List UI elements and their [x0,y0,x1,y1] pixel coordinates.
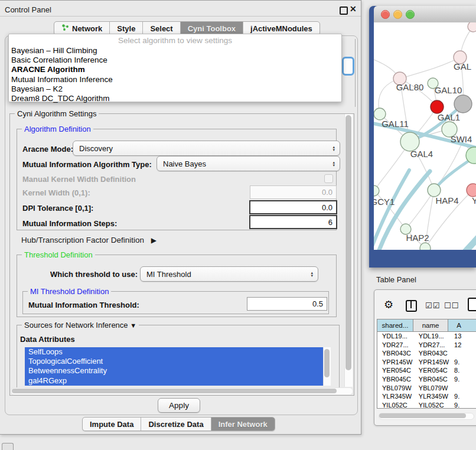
table-cell: 13 [449,332,476,341]
hub-expander[interactable]: Hub/Transcription Factor Definition ▶ [21,236,157,244]
dpi-tolerance-field[interactable]: 0.0 [249,200,337,214]
network-node[interactable] [428,184,441,197]
table-row[interactable]: YBL079WYBL079W [377,384,476,393]
close-window-icon[interactable]: ✕ [350,4,357,14]
table-row[interactable]: YLR345WYLR345W9. [377,392,476,401]
attribute-item-betweennesscentrality[interactable]: BetweennessCentrality [25,366,323,376]
manual-kernel-checkbox[interactable] [324,174,333,183]
bottom-tab-infer-network-label: Infer Network [219,420,268,429]
table-cell: 9. [449,375,476,384]
table-hscrollbar-thumb[interactable] [379,413,466,418]
table-cell: 8. [449,366,476,375]
control-panel-titlebar[interactable] [0,0,361,17]
network-node[interactable] [374,185,379,196]
node-label-gal80: GAL80 [396,82,424,92]
algorithm-definition-title: Algorithm Definition [22,125,93,133]
network-node[interactable] [454,95,472,113]
threshold-definition-title: Threshold Definition [22,250,95,259]
network-node[interactable] [374,108,386,120]
network-node[interactable] [420,243,431,250]
table-row[interactable]: YDL19...YDL19...13 [377,332,476,341]
which-threshold-combo[interactable]: MI Threshold ▴▾ [140,266,318,282]
tab-cyni-toolbox-label: Cyni Toolbox [188,24,236,33]
table-cell: YDR27... [414,341,449,350]
mi-threshold-field[interactable]: 0.5 [247,297,327,311]
tab-style[interactable]: Style [110,22,143,35]
mi-type-label: Mutual Information Algorithm Type: [22,160,152,169]
sources-title-label[interactable]: Sources for Network Inference [24,321,128,330]
table-row[interactable]: YPR145WYPR145W9. [377,358,476,367]
checked-columns-icon[interactable]: ☑☑ [425,301,440,310]
bottom-tab-discretize-data[interactable]: Discretize Data [141,418,211,431]
tab-select[interactable]: Select [143,22,180,35]
table-row[interactable]: YDR27...YDR27...12 [377,341,476,350]
split-columns-icon[interactable] [406,300,417,312]
aracne-mode-label: Aracne Mode: [22,145,73,154]
node-label-hap2: HAP2 [406,233,429,243]
collapse-arrow-icon[interactable]: ▼ [130,322,136,329]
table-row[interactable]: YER054CYER054C8. [377,366,476,375]
application: Control Panel ✕ NetworkStyleSelectCyni T… [0,0,476,450]
table-cell [449,349,476,358]
network-node[interactable] [468,22,476,32]
aracne-mode-combo[interactable]: Discovery ▴▾ [73,141,340,156]
mi-type-value: Naive Bayes [163,159,332,168]
column-header-a[interactable]: A [448,319,476,331]
tab-network[interactable]: Network [54,22,110,35]
kernel-width-field[interactable]: 0.0 [250,185,337,199]
zoom-button[interactable] [406,10,415,19]
list-scrollbar-thumb[interactable] [324,349,330,377]
network-node[interactable] [431,100,444,113]
close-button[interactable] [381,10,390,19]
settings-hscrollbar-thumb[interactable] [12,389,337,393]
settings-scrollbar-thumb[interactable] [345,115,351,370]
table-row[interactable]: YIL052CYIL052C9. [377,401,476,409]
unchecked-columns-icon[interactable]: ☐☐ [444,301,459,310]
dpi-tolerance-label: DPI Tolerance [0,1]: [22,204,93,213]
algorithm-option-mutual-information-inference[interactable]: Mutual Information Inference [9,75,341,84]
attribute-item-topologicalcoefficient[interactable]: TopologicalCoefficient [25,357,323,366]
algorithm-option-bayesian-k2[interactable]: Bayesian – K2 [9,84,341,94]
node-label-gal10: GAL10 [435,85,462,95]
data-attributes-list[interactable]: SelfLoopsTopologicalCoefficientBetweenne… [25,347,323,386]
column-header-name[interactable]: name [413,319,448,331]
mi-steps-field[interactable]: 6 [249,215,337,229]
bottom-left-widget-fragment[interactable] [2,443,14,450]
minimize-button[interactable] [393,10,402,19]
table-row[interactable]: YBR043CYBR043C [377,349,476,358]
apply-button[interactable]: Apply [158,398,200,413]
node-label-gal11: GAL11 [382,119,409,129]
node-label-hap4: HAP4 [435,195,458,206]
focused-combo-fragment[interactable] [342,57,354,76]
algorithm-option-basic-correlation-inference[interactable]: Basic Correlation Inference [9,56,341,65]
table-cell: 9. [449,401,476,409]
table-row[interactable]: YBR045CYBR045C9. [377,375,476,384]
mi-type-combo[interactable]: Naive Bayes ▴▾ [157,156,340,171]
column-header-shared[interactable]: shared... [377,319,413,331]
algorithm-option-bayesian-hill-climbing[interactable]: Bayesian – Hill Climbing [9,46,341,56]
tab-style-label: Style [117,24,135,33]
data-attributes-label: Data Attributes [20,335,75,344]
tab-cyni-toolbox[interactable]: Cyni Toolbox [181,22,243,35]
table-cell: YBR045C [414,375,449,384]
algorithm-option-aracne-algorithm[interactable]: ARACNE Algorithm [9,65,341,74]
attribute-item-selfloops[interactable]: SelfLoops [25,347,323,357]
table-cell: YIL052C [377,401,414,409]
network-canvas[interactable]: GALGAL80GAL10GAL11GAL1SWI4GAL4GCY1HAP4YH… [374,22,476,250]
mi-threshold-label: Mutual Information Threshold: [28,301,139,309]
table-icon[interactable] [468,298,476,311]
table-panel-title: Table Panel [376,275,416,284]
bottom-tab-infer-network[interactable]: Infer Network [211,418,275,431]
bottom-tab-impute-data[interactable]: Impute Data [83,418,141,431]
tab-jactivemnodules[interactable]: jActiveMNodules [243,22,319,35]
kernel-width-label: Kernel Width (0,1): [22,188,90,197]
attribute-item-gal4rgexp[interactable]: gal4RGexp [25,376,323,386]
aracne-mode-value: Discovery [79,144,332,153]
table-cell: YER054C [414,366,449,375]
spinner-icon: ▴▾ [332,161,340,167]
algorithm-option-dream8-dc-tdc-algorithm[interactable]: Dream8 DC_TDC Algorithm [9,94,341,103]
node-label-swi4: SWI4 [451,134,472,144]
float-window-icon[interactable] [340,6,348,15]
gear-icon[interactable]: ⚙ [384,298,393,311]
network-node[interactable] [467,184,476,197]
